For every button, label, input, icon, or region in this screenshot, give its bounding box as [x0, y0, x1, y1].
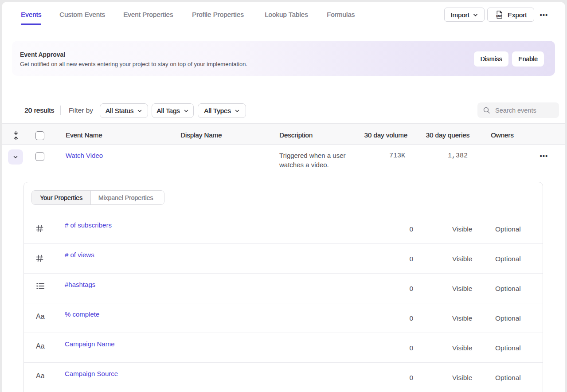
svg-text:CSV: CSV	[496, 14, 502, 17]
